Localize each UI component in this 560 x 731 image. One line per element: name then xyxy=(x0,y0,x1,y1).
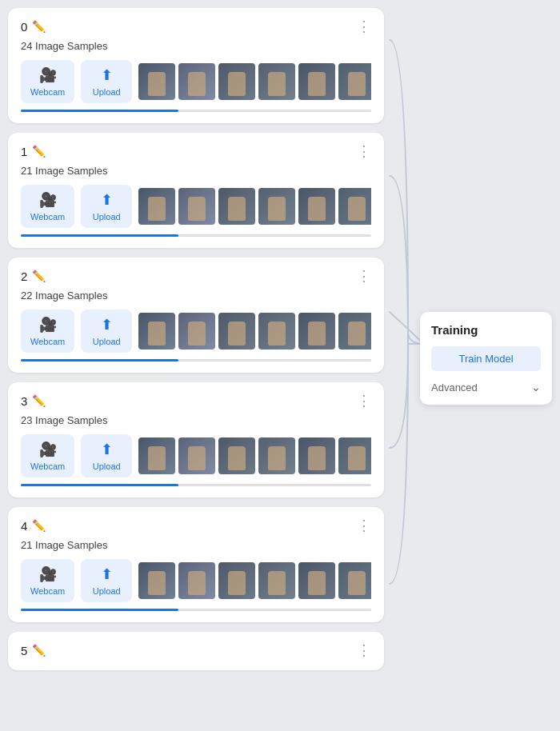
thumb-4-5 xyxy=(338,562,371,599)
thumb-3-3 xyxy=(258,437,295,474)
scroll-indicator-4 xyxy=(21,609,371,611)
edit-icon-1[interactable]: ✏️ xyxy=(32,145,46,158)
edit-icon-2[interactable]: ✏️ xyxy=(32,270,46,282)
webcam-button-4[interactable]: 🎥 Webcam xyxy=(21,559,74,602)
thumb-2-3 xyxy=(258,313,295,350)
thumb-0-1 xyxy=(178,63,215,100)
thumb-1-2 xyxy=(218,188,255,225)
thumb-4-2 xyxy=(218,562,255,599)
thumb-4-4 xyxy=(298,562,335,599)
thumb-2-2 xyxy=(218,313,255,350)
training-panel: Training Train Model Advanced ⌄ xyxy=(420,312,552,405)
more-menu-4[interactable]: ⋮ xyxy=(357,518,371,533)
scroll-bar-0 xyxy=(21,110,178,112)
upload-button-0[interactable]: ⬆ Upload xyxy=(81,60,132,103)
upload-label-0: Upload xyxy=(93,87,121,97)
class-card-1: 1 ✏️ ⋮ 21 Image Samples 🎥 Webcam ⬆ Uploa… xyxy=(8,133,384,248)
card-header-left-1: 1 ✏️ xyxy=(21,145,46,158)
scroll-indicator-3 xyxy=(21,484,371,486)
more-menu-1[interactable]: ⋮ xyxy=(357,144,371,158)
thumb-2-5 xyxy=(338,313,371,350)
card-actions-4: 🎥 Webcam ⬆ Upload xyxy=(21,559,371,602)
card-header-4: 4 ✏️ ⋮ xyxy=(21,518,371,533)
thumb-4-0 xyxy=(138,562,175,599)
thumb-3-2 xyxy=(218,437,255,474)
upload-button-3[interactable]: ⬆ Upload xyxy=(81,434,132,477)
thumb-1-0 xyxy=(138,188,175,225)
class-card-5: 5 ✏️ ⋮ xyxy=(8,632,384,670)
class-label-4: 4 xyxy=(21,519,27,533)
upload-icon-3: ⬆ xyxy=(101,441,113,458)
upload-button-2[interactable]: ⬆ Upload xyxy=(81,310,132,353)
upload-label-1: Upload xyxy=(93,212,121,222)
advanced-row[interactable]: Advanced ⌄ xyxy=(431,381,541,393)
upload-button-4[interactable]: ⬆ Upload xyxy=(81,559,132,602)
card-header-left-3: 3 ✏️ xyxy=(21,394,46,408)
upload-icon-0: ⬆ xyxy=(101,66,113,84)
upload-button-1[interactable]: ⬆ Upload xyxy=(81,185,132,228)
advanced-label: Advanced xyxy=(431,381,478,393)
class-card-2: 2 ✏️ ⋮ 22 Image Samples 🎥 Webcam ⬆ Uploa… xyxy=(8,258,384,373)
more-menu-5[interactable]: ⋮ xyxy=(357,643,371,657)
class-label-0: 0 xyxy=(21,20,27,34)
thumb-1-4 xyxy=(298,188,335,225)
webcam-icon-1: 🎥 xyxy=(39,191,57,209)
edit-icon-3[interactable]: ✏️ xyxy=(32,394,46,407)
webcam-button-3[interactable]: 🎥 Webcam xyxy=(21,434,74,477)
train-model-button[interactable]: Train Model xyxy=(431,346,541,371)
more-menu-2[interactable]: ⋮ xyxy=(357,269,371,283)
thumb-2-0 xyxy=(138,313,175,350)
sample-count-4: 21 Image Samples xyxy=(21,539,371,551)
card-header-left-2: 2 ✏️ xyxy=(21,270,46,283)
thumbnails-2 xyxy=(138,313,371,350)
upload-label-4: Upload xyxy=(93,586,121,596)
thumbnails-1 xyxy=(138,188,371,225)
edit-icon-0[interactable]: ✏️ xyxy=(32,20,46,33)
edit-icon-4[interactable]: ✏️ xyxy=(32,519,46,532)
card-header-left-0: 0 ✏️ xyxy=(21,20,46,34)
webcam-button-1[interactable]: 🎥 Webcam xyxy=(21,185,74,228)
thumb-1-1 xyxy=(178,188,215,225)
more-menu-3[interactable]: ⋮ xyxy=(357,393,371,408)
class-label-2: 2 xyxy=(21,270,27,283)
card-actions-1: 🎥 Webcam ⬆ Upload xyxy=(21,185,371,228)
scroll-bar-4 xyxy=(21,609,178,611)
webcam-button-0[interactable]: 🎥 Webcam xyxy=(21,60,74,103)
card-header-left-4: 4 ✏️ xyxy=(21,519,46,533)
webcam-label-4: Webcam xyxy=(30,586,65,596)
class-card-0: 0 ✏️ ⋮ 24 Image Samples 🎥 Webcam ⬆ Uploa… xyxy=(8,8,384,123)
class-label-1: 1 xyxy=(21,145,27,158)
class-label-3: 3 xyxy=(21,394,27,408)
thumb-0-5 xyxy=(338,63,371,100)
webcam-icon-0: 🎥 xyxy=(39,66,57,84)
scroll-indicator-0 xyxy=(21,110,371,112)
thumbnails-4 xyxy=(138,562,371,599)
webcam-label-2: Webcam xyxy=(30,337,65,346)
class-label-5: 5 xyxy=(21,644,27,657)
upload-icon-1: ⬆ xyxy=(101,191,113,209)
webcam-icon-3: 🎥 xyxy=(39,441,57,458)
more-menu-0[interactable]: ⋮ xyxy=(357,19,371,34)
thumb-4-3 xyxy=(258,562,295,599)
webcam-label-1: Webcam xyxy=(30,212,65,222)
sample-count-0: 24 Image Samples xyxy=(21,40,371,52)
training-title: Training xyxy=(431,323,541,337)
thumbnails-3 xyxy=(138,437,371,474)
edit-icon-5[interactable]: ✏️ xyxy=(32,644,46,657)
scroll-bar-1 xyxy=(21,234,178,237)
card-actions-3: 🎥 Webcam ⬆ Upload xyxy=(21,434,371,477)
upload-label-3: Upload xyxy=(93,461,121,471)
thumb-3-1 xyxy=(178,437,215,474)
webcam-icon-2: 🎥 xyxy=(39,316,57,334)
thumb-0-3 xyxy=(258,63,295,100)
card-header-3: 3 ✏️ ⋮ xyxy=(21,393,371,408)
thumb-2-4 xyxy=(298,313,335,350)
webcam-button-2[interactable]: 🎥 Webcam xyxy=(21,310,74,353)
webcam-label-0: Webcam xyxy=(30,87,65,97)
sample-count-3: 23 Image Samples xyxy=(21,414,371,426)
thumbnails-0 xyxy=(138,63,371,100)
thumb-0-4 xyxy=(298,63,335,100)
thumb-0-2 xyxy=(218,63,255,100)
sample-count-2: 22 Image Samples xyxy=(21,290,371,302)
card-actions-2: 🎥 Webcam ⬆ Upload xyxy=(21,310,371,353)
